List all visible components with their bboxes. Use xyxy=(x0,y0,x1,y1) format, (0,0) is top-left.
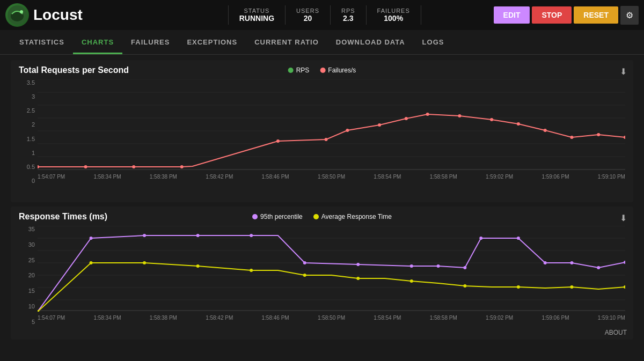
nav-current-ratio[interactable]: CURRENT RATIO xyxy=(246,32,327,54)
legend-avg-rt: Average Response Time xyxy=(313,213,392,220)
charts-container: Total Requests per Second RPS Failures/s… xyxy=(0,55,644,361)
app-title: Locust xyxy=(33,6,83,24)
legend-failures-s: Failures/s xyxy=(320,67,356,74)
svg-point-40 xyxy=(250,234,253,237)
stat-users: USERS 20 xyxy=(286,5,331,25)
svg-point-23 xyxy=(517,122,520,126)
svg-point-44 xyxy=(437,264,440,268)
svg-point-12 xyxy=(84,165,87,168)
legend-rps: RPS xyxy=(288,67,310,74)
svg-point-15 xyxy=(276,139,280,143)
svg-point-41 xyxy=(303,261,306,264)
reset-button[interactable]: RESET xyxy=(574,6,618,24)
svg-point-27 xyxy=(624,136,625,139)
legend-avg-dot xyxy=(313,214,319,219)
stop-button[interactable]: STOP xyxy=(532,6,572,24)
svg-point-50 xyxy=(597,266,600,269)
svg-point-45 xyxy=(463,266,466,269)
svg-point-56 xyxy=(250,269,253,272)
logo-area: Locust xyxy=(5,3,156,27)
chart-rt-download[interactable]: ⬇ xyxy=(620,213,627,223)
svg-point-57 xyxy=(303,274,306,277)
svg-point-54 xyxy=(143,261,146,264)
svg-point-60 xyxy=(463,284,466,288)
nav-statistics[interactable]: STATISTICS xyxy=(11,32,73,54)
svg-point-19 xyxy=(405,117,408,120)
svg-point-20 xyxy=(426,113,429,116)
chart-rt-svg xyxy=(38,226,625,312)
nav-failures[interactable]: FAILURES xyxy=(122,32,178,54)
edit-button[interactable]: EDIT xyxy=(494,6,530,24)
chart-response-times: Response Times (ms) 95th percentile Aver… xyxy=(11,207,633,340)
nav: STATISTICS CHARTS FAILURES EXCEPTIONS CU… xyxy=(0,30,644,55)
chart-rps-title: Total Requests per Second xyxy=(19,65,129,75)
svg-point-2 xyxy=(20,10,23,13)
svg-point-63 xyxy=(624,285,625,289)
header-buttons: EDIT STOP RESET ⚙ xyxy=(494,6,639,25)
legend-failures-dot xyxy=(320,68,325,73)
chart-rps-download[interactable]: ⬇ xyxy=(620,67,627,77)
svg-point-37 xyxy=(90,237,93,240)
svg-point-39 xyxy=(196,234,200,237)
stat-failures: FAILURES 100% xyxy=(367,5,421,25)
svg-point-58 xyxy=(356,277,360,280)
nav-download-data[interactable]: DOWNLOAD DATA xyxy=(327,32,414,54)
svg-point-61 xyxy=(517,285,520,289)
svg-point-59 xyxy=(410,279,413,283)
svg-point-18 xyxy=(378,123,381,127)
nav-logs[interactable]: LOGS xyxy=(414,32,453,54)
logo-icon xyxy=(5,3,29,27)
svg-point-47 xyxy=(517,237,520,240)
svg-point-38 xyxy=(143,234,146,237)
svg-point-21 xyxy=(458,114,461,117)
svg-point-42 xyxy=(356,263,360,266)
chart-rps-legend: RPS Failures/s xyxy=(288,67,356,74)
legend-rps-dot xyxy=(288,68,294,73)
svg-point-51 xyxy=(624,261,625,264)
svg-point-16 xyxy=(325,138,328,141)
svg-point-17 xyxy=(346,129,349,132)
about-link[interactable]: ABOUT xyxy=(605,329,627,336)
svg-point-11 xyxy=(38,165,39,168)
header: Locust STATUS RUNNING USERS 20 RPS 2.3 F… xyxy=(0,0,644,30)
chart-rt-legend: 95th percentile Average Response Time xyxy=(252,213,392,220)
svg-point-48 xyxy=(544,261,547,264)
legend-95th-dot xyxy=(252,214,258,219)
header-stats: STATUS RUNNING USERS 20 RPS 2.3 FAILURES… xyxy=(156,5,494,25)
nav-charts[interactable]: CHARTS xyxy=(73,32,122,54)
svg-point-13 xyxy=(132,165,135,168)
svg-point-22 xyxy=(490,118,493,121)
svg-point-55 xyxy=(196,264,200,268)
stat-status: STATUS RUNNING xyxy=(228,5,286,25)
svg-point-43 xyxy=(410,264,413,268)
svg-point-24 xyxy=(544,129,547,132)
svg-point-26 xyxy=(597,133,600,136)
svg-point-25 xyxy=(570,136,573,139)
svg-point-49 xyxy=(570,261,573,264)
svg-point-14 xyxy=(180,165,184,168)
chart-rt-title: Response Times (ms) xyxy=(19,212,107,221)
nav-exceptions[interactable]: EXCEPTIONS xyxy=(178,32,246,54)
svg-point-62 xyxy=(570,285,573,289)
svg-point-53 xyxy=(90,261,93,264)
legend-95th: 95th percentile xyxy=(252,213,303,220)
chart-rps: Total Requests per Second RPS Failures/s… xyxy=(11,60,633,202)
settings-button[interactable]: ⚙ xyxy=(620,6,639,25)
stat-rps: RPS 2.3 xyxy=(331,5,367,25)
svg-point-46 xyxy=(479,237,482,240)
chart-rps-svg xyxy=(38,79,625,171)
